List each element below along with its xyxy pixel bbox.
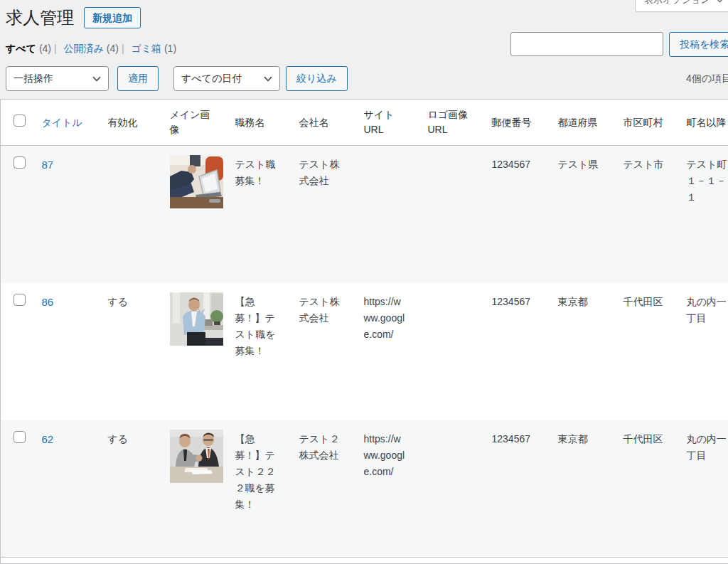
- cell-prefecture: 東京都: [551, 420, 616, 558]
- cell-postal-code: 1234567: [485, 146, 551, 283]
- cell-logo-url: [421, 420, 485, 558]
- column-header-prefecture: 都道府県: [551, 100, 616, 146]
- column-header-site-url: サイトURL: [357, 100, 421, 146]
- cell-job-title: 【急募！】テスト２２２職を募集！: [228, 420, 292, 558]
- main-image-thumbnail: [170, 430, 223, 483]
- row-title-link[interactable]: 62: [42, 433, 54, 445]
- table-header-row: タイトル 有効化 メイン画像 職務名 会社名 サイトURL ロゴ画像URL 郵便…: [1, 100, 728, 146]
- cell-prefecture: テスト県: [551, 146, 616, 283]
- cell-city: テスト市: [616, 146, 680, 283]
- row-title-link[interactable]: 86: [42, 296, 54, 308]
- cell-enabled: [101, 146, 163, 283]
- table-row: 87: [1, 146, 728, 283]
- posts-table: タイトル 有効化 メイン画像 職務名 会社名 サイトURL ロゴ画像URL 郵便…: [0, 99, 728, 564]
- cell-prefecture: 東京都: [551, 283, 616, 420]
- table-row: 62 する: [1, 420, 728, 558]
- search-submit-button[interactable]: 投稿を検索: [669, 32, 728, 57]
- items-count: 4個の項目: [686, 73, 728, 85]
- view-filter-published-link[interactable]: 公開済み: [64, 43, 104, 54]
- cell-enabled: する: [101, 283, 163, 420]
- column-header-enabled: 有効化: [101, 100, 163, 146]
- table-toolbar: 一括操作 適用 すべての日付 絞り込み 4個の項目: [6, 66, 728, 91]
- cell-postal-code: 1234567: [485, 420, 551, 558]
- cell-city: 千代田区: [616, 420, 680, 558]
- column-header-company: 会社名: [292, 100, 357, 146]
- cell-enabled: する: [101, 420, 163, 558]
- cell-site-url: https://www.google.com/: [357, 283, 421, 420]
- cell-job-title: 【急募！】テスト職を募集！: [228, 283, 292, 420]
- select-all-checkbox[interactable]: [14, 115, 26, 127]
- column-header-title[interactable]: タイトル: [42, 117, 82, 128]
- cell-address: 丸の内一丁目: [680, 420, 728, 558]
- search-box: 投稿を検索: [510, 32, 728, 57]
- date-filter-select[interactable]: すべての日付: [173, 66, 280, 91]
- main-image-thumbnail: [170, 292, 223, 346]
- cell-site-url: [357, 146, 421, 283]
- view-filter-published: 公開済み (4)|: [64, 43, 132, 54]
- main-image-thumbnail: [170, 155, 223, 208]
- filter-button[interactable]: 絞り込み: [286, 66, 348, 91]
- cell-postal-code: 1234567: [485, 283, 551, 420]
- cell-city: 千代田区: [616, 283, 680, 420]
- view-filter-trash-link[interactable]: ゴミ箱: [131, 43, 161, 54]
- column-header-postal-code: 郵便番号: [485, 100, 551, 146]
- cell-site-url: https://www.google.com/: [357, 420, 421, 558]
- cell-job-title: テスト職募集！: [228, 146, 292, 283]
- cell-address: テスト町１－１－１: [680, 146, 728, 283]
- chevron-down-icon: [264, 76, 272, 82]
- search-input[interactable]: [510, 32, 663, 56]
- row-checkbox[interactable]: [14, 156, 26, 169]
- cell-company: テスト２株式会社: [292, 420, 357, 558]
- table-footer-row: [1, 558, 728, 564]
- admin-page: 表示オプション 求人管理 新規追加 すべて (4)| 公開済み (4)| ゴミ箱…: [0, 0, 728, 564]
- cell-company: テスト株式会社: [292, 146, 357, 283]
- column-header-logo-url: ロゴ画像URL: [421, 100, 485, 146]
- column-header-address: 町名以降: [680, 100, 728, 146]
- view-filter-all: すべて (4)|: [6, 43, 64, 54]
- view-filter-trash: ゴミ箱 (1): [131, 43, 176, 54]
- cell-logo-url: [421, 283, 485, 420]
- cell-company: テスト株式会社: [292, 283, 357, 420]
- view-filter-all-link[interactable]: すべて: [6, 43, 36, 54]
- date-filter-selected-value: すべての日付: [181, 73, 242, 85]
- add-new-button[interactable]: 新規追加: [84, 7, 141, 28]
- chevron-down-icon: [92, 76, 101, 82]
- cell-logo-url: [421, 146, 485, 283]
- page-title: 求人管理: [6, 7, 74, 28]
- bulk-action-select[interactable]: 一括操作: [6, 66, 109, 91]
- row-checkbox[interactable]: [14, 294, 26, 306]
- table-row: 86 する: [1, 283, 728, 420]
- row-checkbox[interactable]: [14, 431, 26, 443]
- cell-address: 丸の内一丁目: [680, 283, 728, 420]
- column-header-main-image: メイン画像: [163, 100, 228, 146]
- apply-button[interactable]: 適用: [117, 66, 159, 91]
- row-title-link[interactable]: 87: [42, 159, 54, 171]
- bulk-action-selected-value: 一括操作: [14, 73, 53, 85]
- column-header-city: 市区町村: [616, 100, 680, 146]
- column-header-job-title: 職務名: [228, 100, 292, 146]
